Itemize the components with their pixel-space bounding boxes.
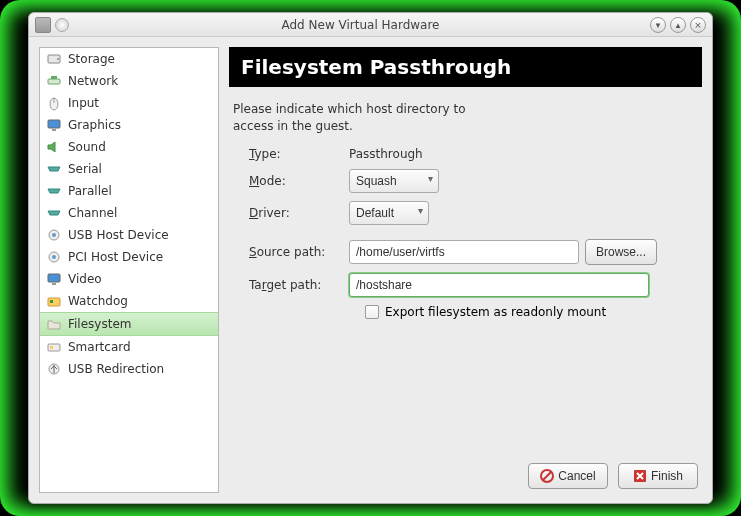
type-value: Passthrough <box>349 147 423 161</box>
source-path-input[interactable] <box>349 240 579 264</box>
sidebar-item-serial[interactable]: Serial <box>40 158 218 180</box>
sidebar-item-label: PCI Host Device <box>68 250 163 264</box>
pci-icon <box>46 249 62 265</box>
svg-rect-16 <box>48 344 60 351</box>
storage-icon <box>46 51 62 67</box>
svg-rect-7 <box>52 129 56 131</box>
svg-line-20 <box>543 472 551 480</box>
cancel-button[interactable]: Cancel <box>528 463 608 489</box>
sidebar-item-label: Smartcard <box>68 340 131 354</box>
sidebar-item-graphics[interactable]: Graphics <box>40 114 218 136</box>
sidebar-item-label: Network <box>68 74 118 88</box>
watchdog-icon <box>46 293 62 309</box>
svg-rect-13 <box>52 283 56 285</box>
driver-label: Driver: <box>249 206 349 220</box>
sidebar-item-pci-host[interactable]: PCI Host Device <box>40 246 218 268</box>
doc-icon <box>55 18 69 32</box>
sidebar-item-label: Sound <box>68 140 106 154</box>
sidebar-item-usb-redir[interactable]: USB Redirection <box>40 358 218 380</box>
svg-rect-12 <box>48 274 60 282</box>
target-path-input[interactable] <box>349 273 649 297</box>
titlebar: Add New Virtual Hardware ▾ ▴ × <box>29 13 712 37</box>
folder-icon <box>46 316 62 332</box>
intro-text: Please indicate which host directory to … <box>233 101 702 135</box>
usb-icon <box>46 227 62 243</box>
mouse-icon <box>46 95 62 111</box>
sidebar-item-usb-host[interactable]: USB Host Device <box>40 224 218 246</box>
sidebar-item-label: Channel <box>68 206 117 220</box>
sidebar-item-network[interactable]: Network <box>40 70 218 92</box>
channel-icon <box>46 205 62 221</box>
app-icon <box>35 17 51 33</box>
serial-icon <box>46 161 62 177</box>
svg-rect-6 <box>48 120 60 128</box>
svg-rect-15 <box>50 300 53 303</box>
sidebar-item-storage[interactable]: Storage <box>40 48 218 70</box>
sidebar-item-label: USB Host Device <box>68 228 169 242</box>
svg-rect-14 <box>48 298 60 306</box>
svg-rect-17 <box>50 346 53 349</box>
finish-button[interactable]: Finish <box>618 463 698 489</box>
svg-point-1 <box>57 58 59 60</box>
sidebar-item-label: USB Redirection <box>68 362 164 376</box>
sidebar-item-label: Serial <box>68 162 102 176</box>
sidebar-item-label: Filesystem <box>68 317 131 331</box>
maximize-button[interactable]: ▴ <box>670 17 686 33</box>
sidebar-item-sound[interactable]: Sound <box>40 136 218 158</box>
sidebar-item-filesystem[interactable]: Filesystem <box>40 312 218 336</box>
minimize-button[interactable]: ▾ <box>650 17 666 33</box>
sound-icon <box>46 139 62 155</box>
browse-button[interactable]: Browse... <box>585 239 657 265</box>
finish-icon <box>633 469 647 483</box>
target-path-label: Target path: <box>249 278 349 292</box>
svg-point-9 <box>52 233 56 237</box>
cancel-icon <box>540 469 554 483</box>
video-icon <box>46 271 62 287</box>
mode-select[interactable]: Squash <box>349 169 439 193</box>
window-title: Add New Virtual Hardware <box>75 18 646 32</box>
driver-select[interactable]: Default <box>349 201 429 225</box>
close-button[interactable]: × <box>690 17 706 33</box>
sidebar-item-label: Watchdog <box>68 294 128 308</box>
mode-label: Mode: <box>249 174 349 188</box>
parallel-icon <box>46 183 62 199</box>
monitor-icon <box>46 117 62 133</box>
sidebar-item-label: Video <box>68 272 102 286</box>
dialog-window: Add New Virtual Hardware ▾ ▴ × Storage N… <box>28 12 713 504</box>
sidebar-item-label: Storage <box>68 52 115 66</box>
sidebar-item-smartcard[interactable]: Smartcard <box>40 336 218 358</box>
sidebar-item-label: Input <box>68 96 99 110</box>
export-readonly-checkbox[interactable] <box>365 305 379 319</box>
sidebar-item-parallel[interactable]: Parallel <box>40 180 218 202</box>
type-label: Type: <box>249 147 349 161</box>
usb-redir-icon <box>46 361 62 377</box>
sidebar-item-watchdog[interactable]: Watchdog <box>40 290 218 312</box>
sidebar-item-input[interactable]: Input <box>40 92 218 114</box>
svg-rect-2 <box>48 79 60 84</box>
network-icon <box>46 73 62 89</box>
sidebar-item-video[interactable]: Video <box>40 268 218 290</box>
smartcard-icon <box>46 339 62 355</box>
svg-point-11 <box>52 255 56 259</box>
hardware-type-sidebar[interactable]: Storage Network Input Graphics Sound Ser… <box>39 47 219 493</box>
source-path-label: Source path: <box>249 245 349 259</box>
export-readonly-label: Export filesystem as readonly mount <box>385 305 606 319</box>
page-title: Filesystem Passthrough <box>229 47 702 87</box>
svg-rect-3 <box>51 76 57 79</box>
sidebar-item-channel[interactable]: Channel <box>40 202 218 224</box>
sidebar-item-label: Parallel <box>68 184 112 198</box>
sidebar-item-label: Graphics <box>68 118 121 132</box>
